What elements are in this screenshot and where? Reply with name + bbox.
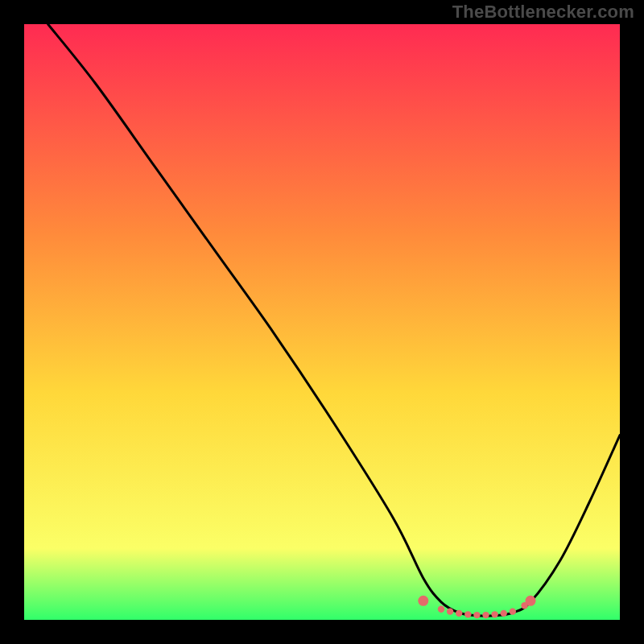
sweet-spot-marker xyxy=(438,605,444,612)
sweet-spot-marker xyxy=(491,611,497,617)
sweet-spot-marker xyxy=(526,596,536,606)
chart-svg xyxy=(24,24,620,620)
sweet-spot-marker xyxy=(464,611,471,617)
chart-stage: TheBottlenecker.com xyxy=(0,0,644,644)
sweet-spot-marker xyxy=(482,612,489,618)
attribution-text: TheBottlenecker.com xyxy=(452,2,634,23)
sweet-spot-marker xyxy=(456,610,462,617)
gradient-background xyxy=(24,24,620,620)
plot-area xyxy=(24,24,620,620)
sweet-spot-marker xyxy=(510,608,516,614)
sweet-spot-marker xyxy=(473,612,480,618)
sweet-spot-marker xyxy=(501,610,507,617)
sweet-spot-marker xyxy=(447,608,453,614)
sweet-spot-marker xyxy=(418,596,428,606)
